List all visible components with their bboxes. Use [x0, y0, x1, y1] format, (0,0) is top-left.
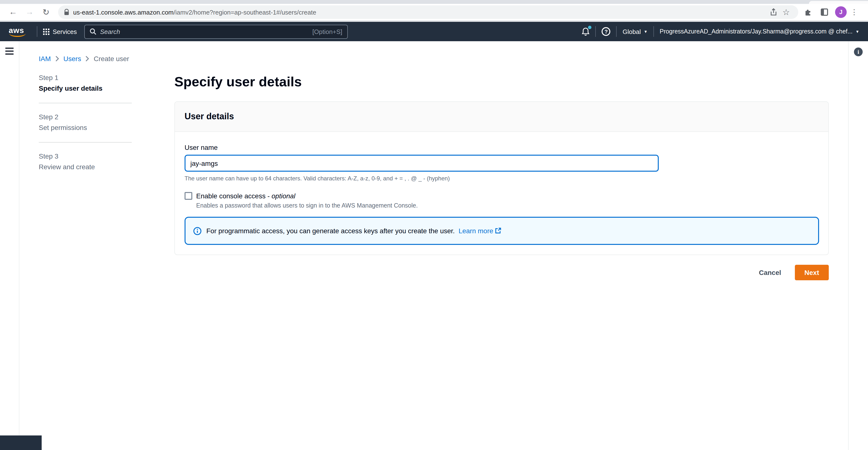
reload-button[interactable]: ↻	[40, 6, 52, 19]
services-grid-icon	[43, 28, 50, 35]
right-rail: i	[848, 41, 868, 450]
step-number: Step 2	[39, 113, 155, 121]
nav-divider	[616, 26, 617, 37]
breadcrumb-current: Create user	[94, 55, 129, 62]
console-access-label: Enable console access - optional	[196, 192, 295, 200]
wizard-steps-nav: Step 1 Specify user details Step 2 Set p…	[39, 74, 155, 280]
step-divider	[39, 103, 132, 103]
browser-toolbar: ← → ↻ us-east-1.console.aws.amazon.com/i…	[0, 4, 868, 20]
alert-text: For programmatic access, you can generat…	[206, 227, 502, 235]
help-icon[interactable]: ?	[602, 27, 611, 36]
forward-button[interactable]: →	[23, 6, 36, 19]
aws-navbar: aws Services Search [Option+S] ? Global	[0, 22, 868, 41]
learn-more-link[interactable]: Learn more	[459, 227, 493, 235]
help-panel-info-icon[interactable]: i	[854, 48, 863, 56]
step-title: Review and create	[39, 163, 155, 171]
back-button[interactable]: ←	[7, 6, 20, 19]
alert-message: For programmatic access, you can generat…	[206, 227, 455, 235]
breadcrumb-link-iam[interactable]: IAM	[39, 55, 51, 62]
main-content: IAM Users Create user Step 1 Specify use…	[20, 41, 848, 450]
aws-logo[interactable]: aws	[9, 26, 24, 37]
url-domain: us-east-1.console.aws.amazon.com	[73, 8, 174, 16]
step-item-3[interactable]: Step 3 Review and create	[39, 152, 155, 171]
chevron-down-icon: ▼	[856, 29, 859, 34]
chevron-down-icon: ▼	[644, 29, 648, 34]
aws-logo-text: aws	[9, 26, 24, 34]
nav-divider	[653, 26, 654, 37]
info-icon	[193, 227, 202, 235]
search-shortcut: [Option+S]	[312, 28, 342, 35]
share-icon[interactable]	[767, 6, 780, 19]
page-title: Specify user details	[175, 74, 848, 90]
browser-menu-icon[interactable]: ⋮	[850, 8, 858, 17]
step-item-2[interactable]: Step 2 Set permissions	[39, 113, 155, 132]
step-title: Specify user details	[39, 84, 155, 92]
extensions-puzzle-icon[interactable]	[801, 5, 815, 19]
account-menu[interactable]: ProgressAzureAD_Administrators/Jay.Sharm…	[660, 28, 859, 35]
url-text: us-east-1.console.aws.amazon.com/iamv2/h…	[73, 8, 316, 16]
user-details-card: User details User name The user name can…	[175, 101, 829, 255]
region-selector[interactable]: Global ▼	[623, 28, 648, 35]
notification-dot	[588, 26, 592, 29]
username-input[interactable]	[185, 155, 659, 172]
info-alert: For programmatic access, you can generat…	[185, 217, 819, 245]
side-panel-icon[interactable]	[817, 5, 831, 19]
card-body: User name The user name can have up to 6…	[175, 132, 828, 255]
console-access-help: Enables a password that allows users to …	[196, 202, 818, 209]
form-column: Specify user details User details User n…	[155, 74, 848, 280]
region-label: Global	[623, 28, 641, 35]
search-icon	[89, 28, 96, 35]
left-rail	[0, 41, 20, 450]
step-title: Set permissions	[39, 124, 155, 132]
search-placeholder: Search	[100, 28, 312, 35]
url-path: /iamv2/home?region=ap-southeast-1#/users…	[174, 8, 316, 16]
aws-logo-smile-icon	[9, 33, 26, 37]
work-area: IAM Users Create user Step 1 Specify use…	[0, 41, 868, 450]
next-button[interactable]: Next	[795, 265, 829, 280]
step-item-1[interactable]: Step 1 Specify user details	[39, 74, 155, 92]
step-number: Step 1	[39, 74, 155, 82]
services-label: Services	[53, 28, 77, 35]
step-number: Step 3	[39, 152, 155, 160]
nav-divider	[37, 26, 37, 37]
console-footer-fragment	[0, 435, 42, 450]
account-label: ProgressAzureAD_Administrators/Jay.Sharm…	[660, 28, 852, 35]
username-label: User name	[185, 144, 818, 151]
services-menu[interactable]: Services	[43, 28, 77, 35]
lock-icon	[64, 9, 69, 16]
username-constraint: The user name can have up to 64 characte…	[185, 175, 818, 182]
card-header-title: User details	[175, 102, 828, 132]
sidebar-toggle-hamburger-icon[interactable]	[5, 48, 13, 55]
console-search-input[interactable]: Search [Option+S]	[84, 25, 347, 38]
browser-tab[interactable]	[809, 1, 868, 4]
bookmark-star-icon[interactable]: ☆	[780, 6, 793, 19]
breadcrumb-link-users[interactable]: Users	[63, 55, 81, 62]
profile-avatar[interactable]: J	[835, 6, 847, 18]
nav-divider	[595, 26, 596, 37]
wizard-actions: Cancel Next	[175, 265, 829, 280]
cancel-button[interactable]: Cancel	[754, 266, 786, 279]
browser-tab-strip	[0, 0, 868, 4]
notifications-button[interactable]	[582, 27, 590, 36]
address-bar[interactable]: us-east-1.console.aws.amazon.com/iamv2/h…	[58, 5, 798, 19]
console-access-label-text: Enable console access -	[196, 192, 272, 200]
chevron-right-icon	[55, 56, 59, 62]
console-access-checkbox[interactable]	[185, 192, 192, 200]
console-access-optional-text: optional	[272, 192, 295, 200]
step-divider	[39, 142, 132, 143]
external-link-icon[interactable]	[495, 227, 502, 234]
chevron-right-icon	[86, 56, 89, 62]
screen: ← → ↻ us-east-1.console.aws.amazon.com/i…	[0, 0, 868, 450]
breadcrumb: IAM Users Create user	[39, 55, 848, 62]
